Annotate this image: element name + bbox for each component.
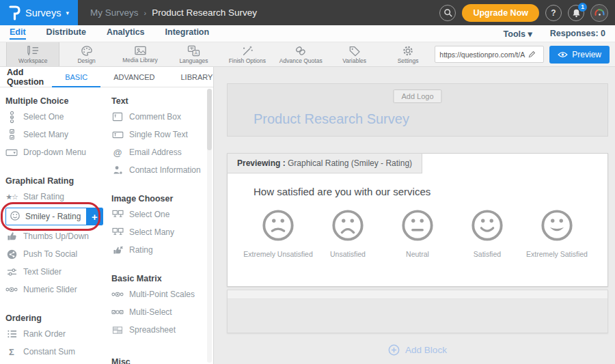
questionpro-logo-icon — [9, 5, 20, 21]
add-logo-button[interactable]: Add Logo — [393, 89, 441, 103]
qtype-comment-box[interactable]: Comment Box — [111, 108, 210, 126]
section-text: Text — [111, 96, 210, 106]
search-button[interactable] — [439, 5, 456, 21]
qtype-image-select-one[interactable]: Select One — [111, 206, 210, 223]
add-block-button[interactable]: Add Block — [227, 344, 608, 356]
preview-button[interactable]: Preview — [549, 46, 610, 64]
tab-basic[interactable]: BASIC — [52, 67, 100, 87]
tab-edit[interactable]: Edit — [10, 27, 26, 40]
survey-title[interactable]: Product Research Survey — [254, 111, 409, 127]
image-frames-icon — [111, 210, 124, 219]
qtype-dropdown-menu[interactable]: Drop-down Menu — [5, 143, 108, 161]
smiley-icon — [10, 210, 20, 223]
section-image-chooser: Image Chooser — [111, 194, 210, 204]
workspace-icon — [27, 45, 40, 57]
qtype-image-select-many[interactable]: Select Many — [111, 223, 210, 241]
qtype-email-address[interactable]: @ Email Address — [111, 143, 210, 161]
toolbar-variables[interactable]: Variables — [327, 42, 381, 66]
product-switcher[interactable]: Surveys ▾ — [0, 0, 78, 25]
share-icon — [5, 249, 18, 260]
comment-box-icon — [111, 112, 124, 122]
pencil-icon[interactable] — [528, 51, 536, 58]
sliders-icon — [5, 268, 18, 277]
qtype-spreadsheet[interactable]: Spreadsheet — [111, 321, 210, 339]
magic-wand-icon — [241, 45, 254, 57]
qtype-numeric-slider[interactable]: Numeric Slider — [5, 281, 108, 298]
upgrade-now-button[interactable]: Upgrade Now — [462, 4, 539, 22]
qtype-contact-information[interactable]: Contact Information — [111, 161, 210, 179]
tab-integration[interactable]: Integration — [165, 27, 210, 40]
tools-menu[interactable]: Tools ▾ — [504, 29, 532, 39]
survey-header-block[interactable]: Add Logo Product Research Survey — [227, 83, 608, 137]
qtype-single-row-text[interactable]: Single Row Text — [111, 126, 210, 143]
survey-canvas: Add Logo Product Research Survey Preview… — [214, 67, 615, 364]
survey-builder-app: Surveys ▾ My Surveys › Product Research … — [0, 0, 615, 364]
rating-thumb-icon — [111, 246, 124, 255]
add-smiley-question-button[interactable]: + — [86, 208, 102, 225]
toolbar-design[interactable]: Design — [59, 42, 113, 66]
panel-scrollbar[interactable] — [207, 89, 212, 363]
toolbar-languages[interactable]: A Languages — [167, 42, 220, 66]
smiley-option-1[interactable]: Extremely Unsatisfied — [244, 208, 312, 258]
responses-count[interactable]: Responses: 0 — [550, 29, 605, 38]
empty-survey-block[interactable] — [227, 290, 608, 333]
star-rating-icon: ★☆ — [5, 193, 18, 201]
nav-right: Tools ▾ Responses: 0 — [504, 29, 605, 39]
help-button[interactable]: ? — [545, 5, 562, 21]
toolbar-settings[interactable]: Settings — [381, 42, 435, 66]
qtype-thumbs-up-down[interactable]: Thumbs Up/Down — [5, 227, 108, 245]
gear-icon — [402, 45, 414, 57]
search-icon — [443, 8, 452, 17]
qtype-select-many[interactable]: Select Many — [5, 126, 108, 143]
nav-tabs: Edit Distribute Analytics Integration — [10, 27, 209, 40]
numeric-slider-icon — [5, 286, 18, 293]
qtype-image-rating[interactable]: Rating — [111, 241, 210, 259]
qtype-smiley-rating[interactable]: Smiley - Rating + — [5, 208, 103, 225]
notifications-button[interactable]: 1 — [568, 5, 584, 21]
panel-title: Add Question — [0, 68, 52, 87]
survey-url-input[interactable] — [439, 51, 525, 59]
qtype-select-one[interactable]: Select One — [5, 108, 108, 126]
toolbar-finish-options[interactable]: Finish Options — [221, 42, 274, 66]
section-misc: Misc — [111, 357, 210, 364]
smiley-very-sad-icon — [261, 208, 295, 242]
rank-order-icon — [5, 329, 18, 339]
image-frames-icon — [111, 227, 124, 237]
smiley-option-5[interactable]: Extremely Satisfied — [523, 208, 591, 258]
smiley-option-4[interactable]: Satisfied — [453, 208, 521, 258]
tab-distribute[interactable]: Distribute — [46, 27, 86, 40]
qtype-text-slider[interactable]: Text Slider — [5, 263, 108, 281]
tab-advanced[interactable]: ADVANCED — [100, 67, 167, 87]
qtype-constant-sum[interactable]: Σ Constant Sum — [5, 343, 108, 361]
qtype-star-rating[interactable]: ★☆ Star Rating — [5, 188, 108, 206]
qtype-drag-and-drop[interactable]: Drag and Drop — [5, 361, 108, 364]
panel-column-1: Multiple Choice Select One Select Many D… — [5, 89, 108, 364]
top-bar: Surveys ▾ My Surveys › Product Research … — [0, 0, 615, 25]
survey-nav-bar: Edit Distribute Analytics Integration To… — [0, 25, 615, 42]
tab-analytics[interactable]: Analytics — [107, 27, 145, 40]
toolbar-workspace[interactable]: Workspace — [6, 42, 59, 66]
palette-icon — [81, 45, 93, 57]
breadcrumb-my-surveys[interactable]: My Surveys — [90, 8, 139, 18]
toolbar-advance-quotas[interactable]: Advance Quotas — [274, 42, 327, 66]
breadcrumb-current-survey: Product Research Survey — [152, 8, 257, 18]
account-avatar[interactable] — [590, 4, 608, 22]
dropdown-icon — [5, 148, 18, 157]
qtype-multi-point-scales[interactable]: Multi-Point Scales — [111, 285, 210, 303]
question-text[interactable]: How satisfied are you with our services — [254, 186, 430, 197]
qtype-push-to-social[interactable]: Push To Social — [5, 245, 108, 263]
smiley-neutral-icon — [400, 208, 435, 242]
smiley-option-3[interactable]: Neutral — [383, 208, 452, 258]
breadcrumb-separator: › — [144, 9, 147, 17]
survey-url-box — [435, 46, 544, 63]
qtype-multi-select[interactable]: Multi-Select — [111, 303, 210, 321]
sigma-icon: Σ — [5, 347, 18, 357]
toolbar-right: Preview — [435, 42, 615, 66]
checkbox-list-icon — [5, 128, 18, 141]
smiley-option-2[interactable]: Unsatisfied — [314, 208, 382, 258]
qtype-rank-order[interactable]: Rank Order — [5, 325, 108, 343]
panel-column-2: Text Comment Box Single Row Text @ Email… — [111, 89, 210, 364]
toolbar-media-library[interactable]: Media Library — [113, 42, 167, 66]
image-icon — [134, 45, 147, 56]
chevron-down-icon: ▾ — [66, 10, 69, 16]
